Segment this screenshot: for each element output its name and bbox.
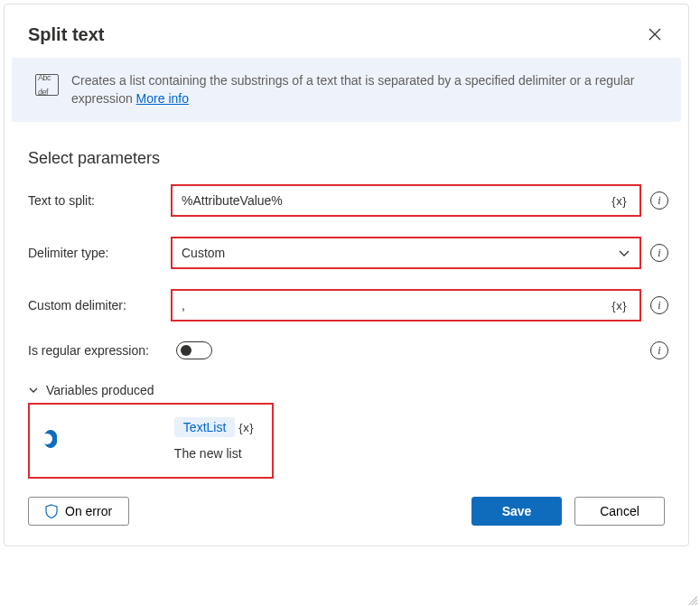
variable-token-icon: {x} bbox=[238, 421, 254, 434]
variable-description: The new list bbox=[174, 446, 257, 461]
value-custom-delimiter: , bbox=[182, 298, 611, 312]
variable-picker-icon[interactable]: {x} bbox=[611, 299, 627, 312]
section-heading: Select parameters bbox=[28, 149, 668, 168]
label-is-regex: Is regular expression: bbox=[28, 343, 176, 358]
label-delimiter-type: Delimiter type: bbox=[28, 246, 171, 260]
label-custom-delimiter: Custom delimiter: bbox=[28, 298, 171, 312]
variables-produced-box: TextList {x} The new list bbox=[28, 403, 274, 479]
resize-handle-icon[interactable] bbox=[686, 593, 698, 606]
more-info-link[interactable]: More info bbox=[136, 91, 189, 106]
label-text-to-split: Text to split: bbox=[28, 193, 171, 208]
select-delimiter-type[interactable]: Custom bbox=[171, 237, 641, 269]
param-custom-delimiter: Custom delimiter: , {x} i bbox=[28, 289, 668, 322]
param-delimiter-type: Delimiter type: Custom i bbox=[28, 237, 668, 269]
info-icon[interactable]: i bbox=[650, 191, 668, 210]
dialog-content: Select parameters Text to split: %Attrib… bbox=[5, 129, 688, 488]
dialog-header: Split text bbox=[5, 5, 688, 58]
input-text-to-split[interactable]: %AttributeValue% {x} bbox=[171, 184, 641, 217]
variables-produced-heading: Variables produced bbox=[46, 383, 154, 397]
info-icon[interactable]: i bbox=[650, 341, 668, 359]
dialog-title: Split text bbox=[28, 24, 104, 45]
toggle-variable-enabled[interactable] bbox=[44, 430, 57, 448]
info-icon[interactable]: i bbox=[650, 244, 668, 262]
save-label: Save bbox=[502, 504, 532, 518]
toggle-is-regex[interactable] bbox=[176, 341, 212, 359]
shield-icon bbox=[45, 504, 58, 518]
text-action-icon bbox=[35, 74, 59, 96]
variables-produced-toggle[interactable]: Variables produced bbox=[28, 379, 668, 401]
variable-chip[interactable]: TextList bbox=[174, 417, 235, 437]
chevron-down-icon bbox=[618, 247, 630, 259]
param-is-regex: Is regular expression: i bbox=[28, 341, 668, 359]
on-error-button[interactable]: On error bbox=[28, 497, 129, 526]
info-icon[interactable]: i bbox=[650, 296, 668, 314]
variable-picker-icon[interactable]: {x} bbox=[611, 194, 627, 208]
variables-produced-section: Variables produced TextList {x} The new … bbox=[28, 379, 668, 479]
param-text-to-split: Text to split: %AttributeValue% {x} i bbox=[28, 184, 668, 217]
dialog-footer: On error Save Cancel bbox=[5, 488, 688, 545]
value-delimiter-type: Custom bbox=[182, 246, 618, 260]
chevron-down-icon bbox=[28, 385, 39, 396]
value-text-to-split: %AttributeValue% bbox=[182, 193, 611, 208]
info-text: Creates a list containing the substrings… bbox=[71, 72, 658, 107]
input-custom-delimiter[interactable]: , {x} bbox=[171, 289, 641, 322]
info-banner: Creates a list containing the substrings… bbox=[12, 58, 681, 122]
on-error-label: On error bbox=[65, 504, 112, 518]
close-button[interactable] bbox=[645, 24, 665, 44]
close-icon bbox=[649, 28, 661, 41]
save-button[interactable]: Save bbox=[471, 497, 562, 526]
split-text-dialog: Split text Creates a list containing the… bbox=[4, 4, 689, 546]
cancel-button[interactable]: Cancel bbox=[574, 497, 665, 526]
cancel-label: Cancel bbox=[600, 504, 639, 518]
